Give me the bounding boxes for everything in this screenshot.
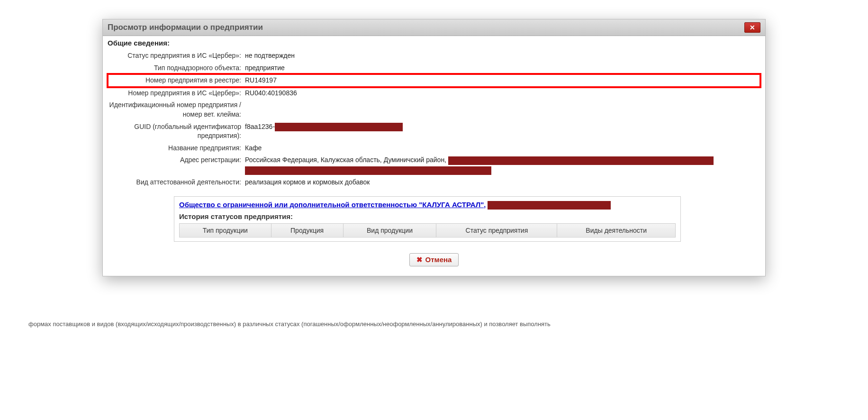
section-general-info: Общие сведения: <box>108 39 760 47</box>
value-cerber-number: RU040:40190836 <box>245 89 760 98</box>
org-redacted <box>488 201 611 210</box>
dialog-footer: ✖ Отмена <box>108 253 760 266</box>
row-cerber-number: Номер предприятия в ИС «Цербер»: RU040:4… <box>108 87 760 100</box>
dialog-titlebar: Просмотр информации о предприятии ✕ <box>103 19 765 36</box>
row-address: Адрес регистрации: Российская Федерация,… <box>108 154 760 176</box>
value-type: предприятие <box>245 64 760 73</box>
guid-prefix: f8aa1236- <box>245 123 275 130</box>
label-cerber-number: Номер предприятия в ИС «Цербер»: <box>108 89 245 98</box>
enterprise-info-dialog: Просмотр информации о предприятии ✕ Общи… <box>102 19 766 276</box>
row-enterprise-name: Название предприятия: Кафе <box>108 142 760 155</box>
value-address: Российская Федерация, Калужская область,… <box>245 155 760 175</box>
cancel-label: Отмена <box>425 256 452 264</box>
col-enterprise-status[interactable]: Статус предприятия <box>436 223 557 237</box>
history-table: Тип продукции Продукция Вид продукции Ст… <box>179 223 676 237</box>
label-enterprise-name: Название предприятия: <box>108 144 245 153</box>
cancel-icon: ✖ <box>416 256 423 264</box>
org-link-line: Общество с ограниченной или дополнительн… <box>179 201 676 210</box>
row-type: Тип поднадзорного объекта: предприятие <box>108 62 760 74</box>
history-header: История статусов предприятия: <box>179 212 676 220</box>
value-status: не подтвержден <box>245 51 760 61</box>
label-activity: Вид аттестованной деятельности: <box>108 178 245 187</box>
row-activity: Вид аттестованной деятельности: реализац… <box>108 176 760 189</box>
value-activity: реализация кормов и кормовых добавок <box>245 178 760 187</box>
row-guid: GUID (глобальный идентификатор предприят… <box>108 121 760 142</box>
row-status: Статус предприятия в ИС «Цербер»: не под… <box>108 50 760 62</box>
label-address: Адрес регистрации: <box>108 155 245 165</box>
close-button[interactable]: ✕ <box>744 22 760 33</box>
col-product-kind[interactable]: Вид продукции <box>343 223 436 237</box>
label-status: Статус предприятия в ИС «Цербер»: <box>108 51 245 61</box>
organization-link[interactable]: Общество с ограниченной или дополнительн… <box>179 201 484 209</box>
row-registry-number-highlighted: Номер предприятия в реестре: RU149197 <box>108 74 760 87</box>
cancel-button[interactable]: ✖ Отмена <box>409 253 459 266</box>
value-enterprise-name: Кафе <box>245 144 760 153</box>
col-product[interactable]: Продукция <box>271 223 343 237</box>
address-redacted-1 <box>448 156 714 165</box>
value-registry-number: RU149197 <box>245 76 760 85</box>
label-type: Тип поднадзорного объекта: <box>108 64 245 73</box>
guid-redacted <box>275 123 403 131</box>
history-table-header-row: Тип продукции Продукция Вид продукции Ст… <box>180 223 676 237</box>
col-activity-types[interactable]: Виды деятельности <box>557 223 676 237</box>
close-icon: ✕ <box>750 24 755 31</box>
address-redacted-2 <box>245 166 491 175</box>
label-ident-number: Идентификационный номер предприятия / но… <box>108 100 245 119</box>
dialog-body: Общие сведения: Статус предприятия в ИС … <box>103 36 765 276</box>
value-guid: f8aa1236- <box>245 122 760 132</box>
col-product-type[interactable]: Тип продукции <box>180 223 271 237</box>
dialog-title: Просмотр информации о предприятии <box>108 23 263 32</box>
history-panel: Общество с ограниченной или дополнительн… <box>174 196 681 242</box>
address-prefix: Российская Федерация, Калужская область,… <box>245 156 448 164</box>
label-guid: GUID (глобальный идентификатор предприят… <box>108 122 245 141</box>
org-comma: , <box>484 201 488 209</box>
row-ident-number: Идентификационный номер предприятия / но… <box>108 99 760 120</box>
label-registry-number: Номер предприятия в реестре: <box>108 76 245 85</box>
